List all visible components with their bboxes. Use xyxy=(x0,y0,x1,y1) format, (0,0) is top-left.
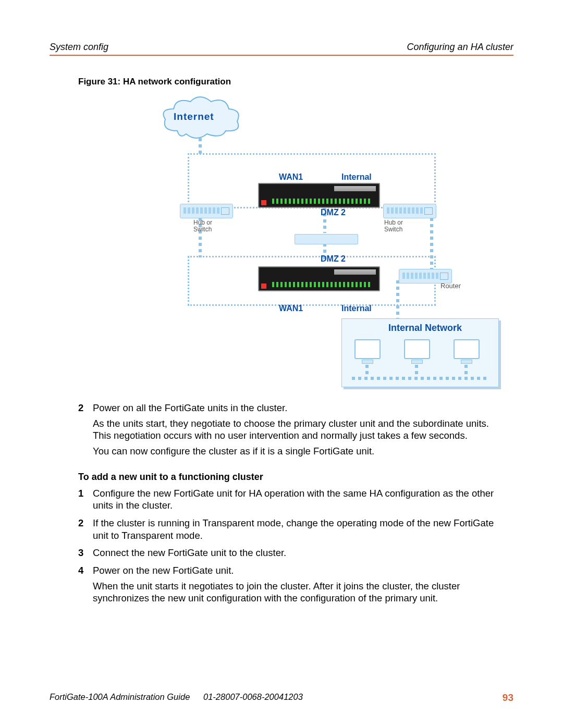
step-text: Power on all the FortiGate units in the … xyxy=(93,402,508,461)
header-rule xyxy=(50,55,513,56)
conn-router-down xyxy=(396,280,399,319)
paragraph: Configure the new FortiGate unit for HA … xyxy=(93,487,508,512)
figure-diagram: Internet WAN1 Internal DMZ 2 DMZ 2 WAN1 … xyxy=(96,94,498,391)
paragraph: When the unit starts it negotiates to jo… xyxy=(93,580,508,604)
step-number: 2 xyxy=(78,517,93,545)
step-3: 3 Connect the new FortiGate unit to the … xyxy=(78,547,508,562)
conn-ws xyxy=(415,365,418,377)
dmz-switch-icon xyxy=(295,234,358,244)
wan1-upper-label: WAN1 xyxy=(279,172,303,182)
runhead-right: Configuring an HA cluster xyxy=(407,42,513,53)
step-number: 1 xyxy=(78,487,93,515)
right-hub-switch-icon xyxy=(383,204,436,218)
paragraph: Connect the new FortiGate unit to the cl… xyxy=(93,547,286,559)
page-footer: FortiGate-100A Administration Guide 01-2… xyxy=(50,692,513,702)
step-1: 1 Configure the new FortiGate unit for H… xyxy=(78,487,508,515)
wan1-lower-label: WAN1 xyxy=(279,304,303,313)
workstation-icon xyxy=(354,339,381,363)
step-2: 2 If the cluster is running in Transpare… xyxy=(78,517,508,545)
internal-lower-label: Internal xyxy=(341,304,372,313)
internal-network-label: Internal Network xyxy=(388,323,462,334)
step-text: Configure the new FortiGate unit for HA … xyxy=(93,487,508,515)
step-number: 2 xyxy=(78,402,93,461)
paragraph: Power on the new FortiGate unit. xyxy=(93,564,508,577)
workstation-icon xyxy=(454,339,480,363)
pre-step-2: 2 Power on all the FortiGate units in th… xyxy=(78,402,508,461)
running-head: System config Configuring an HA cluster xyxy=(50,42,513,53)
step-number: 3 xyxy=(78,547,93,562)
procedure-heading: To add a new unit to a functioning clust… xyxy=(78,471,508,483)
right-hub-caption: Hub or Switch xyxy=(384,219,403,233)
paragraph: Power on all the FortiGate units in the … xyxy=(93,402,508,414)
internet-label: Internet xyxy=(174,111,214,122)
step-text: Connect the new FortiGate unit to the cl… xyxy=(93,547,286,562)
figure-caption: Figure 31: HA network configuration xyxy=(78,77,513,87)
paragraph: You can now configure the cluster as if … xyxy=(93,445,508,458)
conn-ws-bus xyxy=(352,377,487,380)
conn-ws xyxy=(464,365,468,377)
step-text: Power on the new FortiGate unit. When th… xyxy=(93,564,508,608)
left-hub-caption: Hub or Switch xyxy=(193,219,212,233)
paragraph: As the units start, they negotiate to ch… xyxy=(93,417,508,442)
conn-ws xyxy=(365,365,369,377)
internal-upper-label: Internal xyxy=(341,172,372,182)
dmz-upper-label: DMZ 2 xyxy=(321,208,346,217)
paragraph: If the cluster is running in Transparent… xyxy=(93,517,508,541)
step-number: 4 xyxy=(78,564,93,608)
runhead-left: System config xyxy=(50,42,108,53)
left-hub-switch-icon xyxy=(180,204,233,218)
fortigate-lower-icon xyxy=(258,266,380,291)
conn-cloud-frame xyxy=(199,138,202,154)
footer-guide: FortiGate-100A Administration Guide xyxy=(50,692,190,701)
router-icon xyxy=(399,269,452,283)
fortigate-upper-icon xyxy=(258,183,380,208)
workstation-icon xyxy=(404,339,430,363)
step-text: If the cluster is running in Transparent… xyxy=(93,517,508,545)
dmz-lower-label: DMZ 2 xyxy=(321,254,346,264)
footer-docnum: 01-28007-0068-20041203 xyxy=(203,692,303,702)
page-number: 93 xyxy=(503,692,513,704)
router-caption: Router xyxy=(440,282,461,290)
step-4: 4 Power on the new FortiGate unit. When … xyxy=(78,564,508,608)
